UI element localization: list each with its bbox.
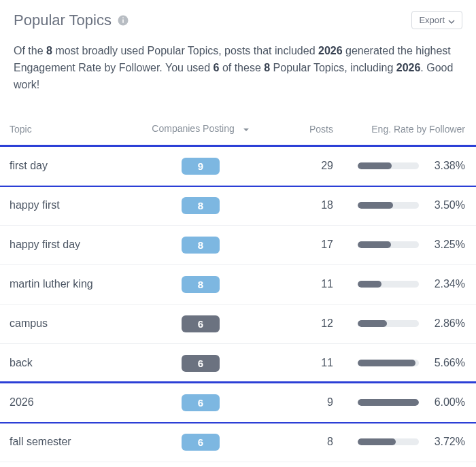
topic-label: 2026 — [10, 396, 34, 408]
companies-cell: 9 — [136, 146, 265, 186]
posts-cell: 11 — [265, 264, 340, 304]
col-header-label: Eng. Rate by Follower — [371, 124, 465, 135]
topic-label: first day — [10, 160, 48, 171]
table-row[interactable]: happy first8183.50% — [0, 186, 476, 225]
topic-label: campus — [10, 317, 48, 329]
topics-table: Topic Companies Posting Posts Eng. Rate … — [0, 112, 476, 462]
topic-cell: martin luther king — [0, 264, 136, 304]
chevron-down-icon — [448, 17, 455, 24]
posts-cell: 29 — [265, 146, 340, 186]
card-header: Popular Topics Export — [0, 0, 476, 33]
topic-label: back — [10, 357, 33, 368]
posts-cell: 18 — [265, 186, 340, 225]
svg-rect-2 — [122, 17, 124, 18]
posts-value: 18 — [321, 199, 333, 211]
info-icon[interactable] — [117, 14, 129, 27]
table-row[interactable]: back6115.66% — [0, 343, 476, 383]
rate-cell: 6.00% — [340, 383, 476, 422]
export-label: Export — [419, 15, 445, 25]
companies-cell: 8 — [136, 225, 265, 264]
companies-pill: 6 — [182, 355, 220, 372]
rate-cell: 2.86% — [340, 304, 476, 343]
table-row[interactable]: first day9293.38% — [0, 146, 476, 186]
rate-bar-fill — [358, 162, 392, 169]
col-header-label: Posts — [309, 124, 333, 135]
card-title: Popular Topics — [14, 12, 112, 29]
sort-desc-icon — [243, 124, 250, 135]
summary-bold: 2026 — [318, 45, 343, 56]
rate-bar — [358, 281, 419, 288]
rate-value: 3.38% — [428, 160, 465, 172]
export-button[interactable]: Export — [411, 11, 462, 29]
rate-bar — [358, 438, 419, 445]
topic-label: happy first day — [10, 239, 80, 250]
rate-bar-fill — [358, 399, 419, 406]
topic-cell: fall semester — [0, 422, 136, 462]
table-row[interactable]: 2026696.00% — [0, 383, 476, 422]
summary-part: of these — [219, 62, 264, 73]
posts-value: 12 — [321, 317, 333, 329]
posts-cell: 8 — [265, 422, 340, 462]
rate-value: 3.50% — [428, 199, 465, 211]
rate-bar — [358, 241, 419, 248]
companies-cell: 6 — [136, 422, 265, 462]
topic-label: martin luther king — [10, 278, 93, 290]
rate-value: 3.72% — [428, 436, 465, 448]
col-header-companies[interactable]: Companies Posting — [136, 112, 265, 146]
posts-cell: 11 — [265, 343, 340, 383]
summary-part: Of the — [14, 45, 46, 56]
col-header-posts[interactable]: Posts — [265, 112, 340, 146]
topic-cell: first day — [0, 146, 136, 186]
rate-bar — [358, 360, 419, 366]
topic-cell: happy first day — [0, 225, 136, 264]
companies-pill: 6 — [182, 394, 220, 411]
posts-value: 11 — [321, 357, 333, 368]
col-header-topic[interactable]: Topic — [0, 112, 136, 146]
rate-value: 6.00% — [428, 396, 465, 409]
rate-cell: 2.34% — [340, 264, 476, 304]
table-row[interactable]: martin luther king8112.34% — [0, 264, 476, 304]
companies-pill: 6 — [182, 315, 220, 332]
topic-cell: happy first — [0, 186, 136, 225]
topic-cell: 2026 — [0, 383, 136, 422]
rate-value: 2.34% — [428, 278, 465, 290]
topic-label: fall semester — [10, 436, 71, 447]
col-header-label: Topic — [10, 124, 32, 135]
companies-cell: 6 — [136, 304, 265, 343]
rate-value: 3.25% — [428, 239, 465, 251]
companies-pill: 9 — [182, 158, 220, 175]
rate-cell: 3.38% — [340, 146, 476, 186]
table-row[interactable]: campus6122.86% — [0, 304, 476, 343]
rate-cell: 3.25% — [340, 225, 476, 264]
col-header-rate[interactable]: Eng. Rate by Follower — [340, 112, 476, 146]
rate-bar-fill — [358, 360, 415, 366]
posts-cell: 9 — [265, 383, 340, 422]
summary-bold: 2026 — [396, 62, 421, 73]
topic-cell: campus — [0, 304, 136, 343]
companies-cell: 6 — [136, 343, 265, 383]
rate-bar-fill — [358, 202, 393, 209]
topic-label: happy first — [10, 199, 60, 211]
popular-topics-card: Popular Topics Export Of the 8 most broa… — [0, 0, 476, 462]
posts-value: 9 — [327, 396, 333, 408]
rate-value: 2.86% — [428, 317, 465, 330]
table-row[interactable]: fall semester683.72% — [0, 422, 476, 462]
summary-part: most broadly used Popular Topics, posts … — [52, 45, 318, 56]
posts-value: 29 — [321, 160, 333, 171]
summary-part: Popular Topics, including — [270, 62, 396, 73]
rate-bar-fill — [358, 438, 396, 445]
rate-bar — [358, 399, 419, 406]
posts-value: 8 — [327, 436, 333, 447]
posts-value: 17 — [321, 239, 333, 250]
svg-rect-1 — [122, 19, 124, 22]
rate-cell: 3.50% — [340, 186, 476, 225]
table-header-row: Topic Companies Posting Posts Eng. Rate … — [0, 112, 476, 146]
companies-cell: 8 — [136, 186, 265, 225]
rate-bar — [358, 320, 419, 327]
rate-bar — [358, 162, 419, 169]
companies-cell: 6 — [136, 383, 265, 422]
companies-cell: 8 — [136, 264, 265, 304]
rate-value: 5.66% — [428, 357, 465, 369]
summary-bold: 8 — [264, 62, 270, 73]
table-row[interactable]: happy first day8173.25% — [0, 225, 476, 264]
